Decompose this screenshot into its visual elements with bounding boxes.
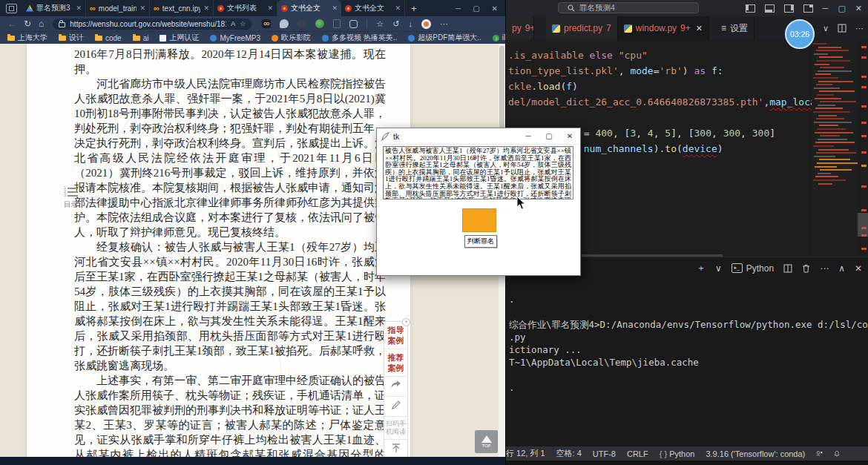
- case-text-input[interactable]: 被告人张威与被害人王某1（殁年27岁）均系河北省文安县××镇××村村民。2020…: [383, 146, 573, 199]
- new-tab-button[interactable]: +: [411, 3, 417, 14]
- terminal-dropdown-icon[interactable]: ∨: [715, 263, 722, 274]
- python-file-icon: [552, 24, 560, 33]
- new-terminal-button[interactable]: ＋: [697, 262, 706, 274]
- browser-menu-icon[interactable]: ⋯: [440, 19, 448, 29]
- bookmark-item[interactable]: code: [95, 33, 122, 43]
- tab-settings[interactable]: ≡设置: [715, 16, 754, 40]
- split-editor-icon[interactable]: [838, 24, 846, 33]
- bookmark-item[interactable]: 欧乐影院: [272, 33, 311, 43]
- tab-close-icon[interactable]: ✕: [696, 24, 703, 33]
- browser-tab[interactable]: 文书全文✕: [341, 0, 405, 16]
- home-icon[interactable]: ⌂: [39, 19, 44, 29]
- python-interpreter[interactable]: 3.9.16 ('Tensorflow': conda): [706, 449, 805, 458]
- recommend-cases-button[interactable]: 推荐案例: [384, 349, 407, 377]
- indentation[interactable]: 空格: 4: [556, 448, 582, 459]
- extension-oo-icon[interactable]: oo: [262, 19, 271, 28]
- popup-minimize-button[interactable]: ─: [518, 128, 539, 144]
- tab-window.py[interactable]: window.py9+✕: [618, 16, 709, 40]
- vscode-maximize-button[interactable]: ▢: [838, 4, 845, 13]
- customize-layout-icon[interactable]: [803, 4, 813, 13]
- ball-extension-icon[interactable]: [297, 19, 306, 28]
- tab-close-icon[interactable]: ✕: [395, 4, 401, 12]
- recording-timer-bubble[interactable]: 03:26: [785, 19, 815, 49]
- browser-close-button[interactable]: ✕: [492, 4, 498, 13]
- notifications-bell-icon[interactable]: [834, 449, 840, 458]
- share-button[interactable]: [384, 377, 407, 397]
- tab-close-icon[interactable]: ✕: [76, 4, 82, 12]
- url-text[interactable]: https://wenshu.court.gov.cn/website/wens…: [70, 20, 226, 28]
- command-center-search[interactable]: 罪名预测4: [558, 2, 699, 13]
- tab-overview-icon[interactable]: [6, 4, 17, 13]
- predict-crime-button[interactable]: [462, 208, 496, 232]
- popup-titlebar[interactable]: tk ─ ▢ ✕: [377, 128, 580, 145]
- refresh-icon[interactable]: ↻: [24, 19, 31, 29]
- tab-close-icon[interactable]: ✕: [267, 4, 273, 12]
- browser-tab[interactable]: 文书全文✕: [277, 0, 341, 16]
- bookmark-item[interactable]: 设计: [59, 33, 84, 43]
- collections-icon[interactable]: ☆: [376, 19, 384, 29]
- browser-tab[interactable]: 罪名预测3 - m✕: [22, 0, 86, 16]
- browser-maximize-button[interactable]: ▢: [473, 4, 479, 13]
- copy-icon[interactable]: [333, 19, 341, 28]
- split-terminal-icon[interactable]: [783, 264, 792, 273]
- language-mode[interactable]: { } Python: [660, 449, 695, 458]
- terminal-line: 综合作业\罪名预测4>D:/Anaconda/envs/Tensorflow/p…: [509, 318, 868, 331]
- bookmark-item[interactable]: 超级PDF简单强大..: [408, 33, 481, 43]
- read-aloud-icon[interactable]: A: [231, 20, 235, 27]
- eol-sequence[interactable]: CRLF: [627, 449, 648, 458]
- panel-more-icon[interactable]: ⋯: [820, 263, 829, 274]
- folder-icon: [95, 36, 102, 41]
- toggle-secondarybar-icon[interactable]: [784, 4, 794, 13]
- encoding[interactable]: UTF-8: [593, 449, 616, 458]
- qr-read-button[interactable]: 扫码手机阅读: [384, 417, 407, 440]
- bookmark-item[interactable]: 上网认证: [160, 33, 199, 43]
- bookmark-item[interactable]: 多多视频 热播英美..: [322, 33, 397, 43]
- annotate-button[interactable]: [384, 397, 407, 417]
- back-icon[interactable]: ←: [7, 19, 16, 29]
- tab-close-icon[interactable]: ✕: [139, 4, 145, 12]
- run-dropdown-icon[interactable]: ∨: [823, 24, 829, 33]
- vscode-minimize-button[interactable]: ─: [823, 4, 829, 13]
- toggle-panel-icon[interactable]: [765, 4, 775, 13]
- scroll-top-button[interactable]: TOP: [475, 430, 498, 453]
- profile-avatar[interactable]: [421, 19, 431, 29]
- downloads-icon[interactable]: ↓: [408, 19, 412, 28]
- popup-maximize-button[interactable]: ▢: [539, 128, 559, 144]
- close-icon[interactable]: ×: [402, 318, 410, 326]
- browser-minimize-button[interactable]: ─: [456, 4, 461, 13]
- minimap[interactable]: [812, 40, 858, 257]
- tab-close-icon[interactable]: ✕: [203, 4, 209, 12]
- comments-icon[interactable]: [280, 19, 289, 28]
- kill-terminal-icon[interactable]: [802, 264, 810, 273]
- extensions-icon[interactable]: [349, 20, 358, 28]
- favorite-star-icon[interactable]: ☆: [240, 20, 246, 27]
- panel-close-icon[interactable]: ✕: [855, 263, 862, 274]
- bookmark-item[interactable]: ai: [133, 33, 149, 43]
- editor-scrollbar-thumb[interactable]: [858, 213, 868, 237]
- popup-close-button[interactable]: ✕: [559, 128, 580, 144]
- tab-py[interactable]: py9+: [506, 16, 534, 40]
- toc-widget[interactable]: 1 2 3 目录: [64, 186, 83, 210]
- address-bar[interactable]: https://wenshu.court.gov.cn/website/wens…: [53, 19, 251, 30]
- tab-close-icon[interactable]: ✕: [332, 4, 338, 12]
- bookmark-label: 超级PDF简单强大..: [418, 33, 481, 43]
- guide-cases-button[interactable]: × 指导案例: [384, 322, 407, 349]
- history-icon[interactable]: ↺: [392, 19, 399, 29]
- world-extension-icon[interactable]: [315, 19, 324, 28]
- toggle-sidebar-icon[interactable]: [746, 4, 755, 13]
- browser-tab[interactable]: ∞model_train.ip✕: [86, 0, 150, 16]
- editor-more-icon[interactable]: ⋯: [855, 24, 864, 33]
- feedback-icon[interactable]: [816, 449, 823, 458]
- cursor-position[interactable]: 行 12, 列 1: [506, 448, 545, 459]
- panel-maximize-icon[interactable]: ∧: [838, 263, 845, 274]
- bookmark-item[interactable]: MyFreeMP3: [210, 33, 260, 43]
- terminal-output[interactable]: . 综合作业\罪名预测4>D:/Anaconda/envs/Tensorflow…: [509, 293, 868, 394]
- vscode-close-button[interactable]: ✕: [855, 4, 862, 13]
- browser-tab[interactable]: 文书列表✕: [214, 0, 277, 16]
- terminal-tab[interactable]: ▸_ Python: [731, 263, 774, 274]
- tab-predict.py[interactable]: predict.py7: [546, 16, 618, 40]
- court-favicon: [217, 5, 224, 12]
- browser-tab[interactable]: ∞text_cnn.ipynb✕: [150, 0, 214, 16]
- bookmark-item[interactable]: 上海大学: [7, 33, 47, 43]
- bookmarks-overflow-icon[interactable]: ›: [495, 33, 498, 42]
